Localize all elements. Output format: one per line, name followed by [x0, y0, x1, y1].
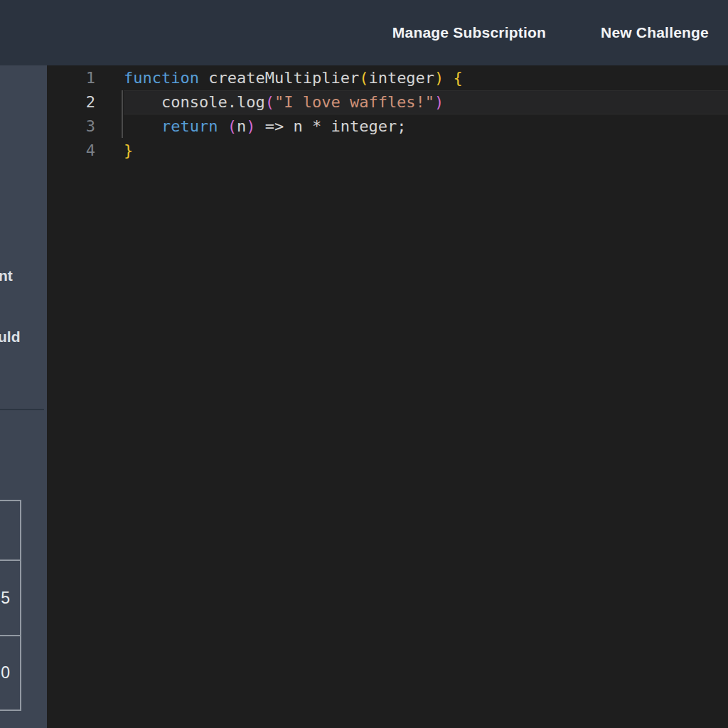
code-token: ) [434, 93, 444, 111]
code-token: integer [368, 69, 434, 87]
line-number: 2 [47, 90, 124, 114]
code-token [218, 117, 227, 135]
sidebar-truncated-text-2: uld [0, 328, 21, 346]
code-token: ( [265, 93, 274, 111]
code-token: ) [434, 69, 444, 87]
code-line[interactable]: 2 console.log("I love waffles!") [47, 90, 728, 114]
app-window: Manage Subscription New Challenge nt uld… [0, 0, 728, 728]
code-token: ) [246, 117, 255, 135]
code-token [444, 69, 453, 87]
code-token: ( [228, 117, 237, 135]
code-token: } [124, 141, 133, 159]
code-line[interactable]: 1function createMultiplier(integer) { [47, 66, 728, 90]
code-text: } [124, 139, 728, 163]
code-token: createMultiplier [199, 69, 359, 87]
sidebar-divider [0, 409, 44, 410]
sidebar-table: 50 [0, 500, 21, 711]
code-token: function [124, 69, 199, 87]
sidebar-table-cell [0, 501, 20, 561]
manage-subscription-link[interactable]: Manage Subscription [392, 24, 546, 41]
new-challenge-link[interactable]: New Challenge [601, 24, 709, 41]
line-number: 3 [47, 114, 124, 139]
code-token: console.log [124, 93, 265, 111]
code-editor[interactable]: 1function createMultiplier(integer) {2 c… [47, 65, 728, 728]
code-text: console.log("I love waffles!") [124, 90, 728, 114]
code-text: return (n) => n * integer; [124, 114, 728, 139]
code-token: "I love waffles!" [274, 93, 434, 111]
code-lines: 1function createMultiplier(integer) {2 c… [47, 65, 728, 163]
code-token: ( [359, 69, 368, 87]
indent-guide [122, 90, 123, 138]
sidebar-truncated-text-1: nt [0, 267, 13, 284]
sidebar-table-cell: 0 [0, 636, 20, 710]
code-text: function createMultiplier(integer) { [124, 66, 728, 90]
code-token: return [161, 117, 218, 135]
code-line[interactable]: 4} [47, 139, 728, 163]
code-token: n [237, 117, 246, 135]
code-token: => n * integer; [255, 117, 406, 135]
line-number: 1 [47, 66, 124, 90]
top-navigation-bar: Manage Subscription New Challenge [0, 0, 728, 65]
sidebar-table-cell: 5 [0, 561, 20, 636]
sidebar: nt uld 50 [0, 65, 47, 728]
code-line[interactable]: 3 return (n) => n * integer; [47, 114, 728, 139]
line-number: 4 [47, 139, 124, 163]
code-token [124, 117, 161, 135]
code-token: { [454, 69, 463, 87]
